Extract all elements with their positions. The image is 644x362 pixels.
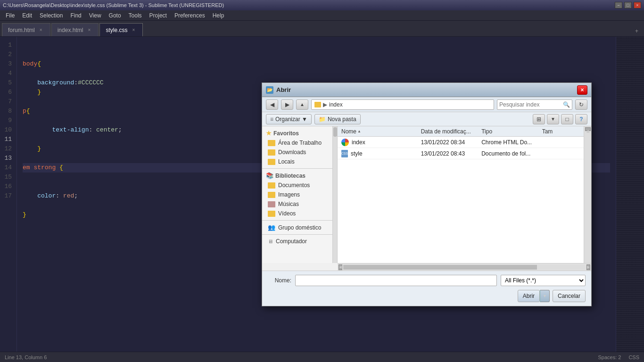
file-index-name-col: index (339, 139, 419, 146)
scrollbar-thumb (333, 127, 337, 137)
view-grid-button[interactable]: ⊞ (533, 114, 545, 124)
sidebar-item-videos[interactable]: Vídeos (262, 209, 332, 218)
help-button[interactable]: ? (575, 114, 587, 124)
col-type[interactable]: Tipo (479, 128, 540, 135)
sidebar-item-computador[interactable]: 🖥 Computador (262, 237, 332, 246)
sidebar-downloads-label: Downloads (278, 149, 306, 156)
dialog-cancel-label: Cancelar (558, 293, 580, 299)
scrollbar-thumb-h (343, 265, 537, 270)
file-row-style[interactable]: CSS style 13/01/2022 08:43 Documento de … (338, 148, 584, 159)
dialog-body: ★ Favoritos Área de Trabalho Downloads L… (262, 126, 591, 263)
sidebar-item-downloads[interactable]: Downloads (262, 148, 332, 157)
dialog-actionbar: ≡ Organizar ▼ 📁 Nova pasta ⊞ ▼ □ ? (262, 112, 591, 126)
search-icon: 🔍 (563, 101, 570, 108)
sidebar-item-grupo-domestico[interactable]: 👥 Grupo doméstico (262, 222, 332, 232)
folder-icon (268, 192, 275, 198)
sidebar-imagens-label: Imagens (278, 191, 300, 198)
favorites-label: Favoritos (273, 130, 299, 137)
new-folder-label: Nova pasta (328, 116, 356, 123)
sidebar-area-trabalho-label: Área de Trabalho (278, 140, 322, 146)
dialog-name-label: Nome: (268, 277, 291, 284)
path-bar[interactable]: ▶ index (311, 99, 494, 110)
favorites-header: ★ Favoritos (262, 128, 332, 138)
scroll-right-arrow[interactable]: ▶ (586, 264, 590, 270)
organize-label: Organizar ▼ (275, 116, 307, 123)
scroll-left-arrow[interactable]: ◀ (339, 264, 342, 270)
organize-button[interactable]: ≡ Organizar ▼ (266, 114, 312, 124)
file-list-scrollbar[interactable]: ▲ (584, 126, 591, 263)
dialog-open-label: Abrir (523, 293, 535, 299)
sidebar-item-imagens[interactable]: Imagens (262, 190, 332, 199)
dialog-title-left: 📂 Abrir (266, 86, 291, 94)
sidebar-item-area-trabalho[interactable]: Área de Trabalho (262, 138, 332, 148)
folder-icon (268, 201, 275, 207)
file-style-name: style (351, 150, 363, 157)
scrollbar-track (343, 265, 586, 270)
dialog-bottom: Nome: All Files (*.*) Abrir ▼ Cancelar (262, 271, 591, 306)
organize-icon: ≡ (270, 116, 273, 123)
col-date[interactable]: Data de modificaç... (419, 128, 480, 135)
dialog-name-input[interactable] (295, 275, 497, 286)
sidebar-locais-label: Locais (278, 158, 295, 165)
path-current: index (329, 101, 343, 108)
sidebar-videos-label: Vídeos (278, 210, 296, 217)
scroll-up-arrow[interactable]: ▲ (585, 127, 591, 131)
dialog-folder-icon: 📂 (266, 86, 273, 94)
file-list-header: Nome ▲ Data de modificaç... Tipo Tam (338, 126, 584, 137)
group-icon: 👥 (268, 224, 275, 231)
file-style-date: 13/01/2022 08:43 (419, 150, 480, 157)
search-input[interactable] (499, 101, 563, 108)
dialog-cancel-button[interactable]: Cancelar (553, 290, 586, 302)
nav-forward-button[interactable]: ▶ (281, 99, 293, 110)
file-row-index[interactable]: index 13/01/2022 08:34 Chrome HTML Do... (338, 137, 584, 148)
dialog-close-button[interactable]: × (577, 85, 587, 95)
file-style-type: Documento de fol... (479, 150, 540, 157)
libraries-icon: 📚 (266, 172, 273, 179)
sidebar-scrollbar[interactable] (333, 126, 338, 263)
chrome-icon (341, 139, 349, 146)
view-controls: ⊞ ▼ □ ? (533, 114, 587, 124)
computer-icon: 🖥 (268, 239, 273, 244)
file-index-date: 13/01/2022 08:34 (419, 139, 480, 146)
dialog-title-text: Abrir (276, 86, 291, 93)
nav-back-button[interactable]: ◀ (266, 99, 278, 110)
divider-1 (262, 168, 332, 169)
file-list: Nome ▲ Data de modificaç... Tipo Tam (338, 126, 584, 263)
libraries-label: Bibliotecas (275, 173, 305, 179)
sort-arrow-name: ▲ (357, 129, 361, 133)
dialog-name-row: Nome: All Files (*.*) (268, 275, 586, 286)
sidebar-item-locais[interactable]: Locais (262, 157, 332, 166)
sidebar-grupo-label: Grupo doméstico (278, 224, 321, 231)
libraries-header: 📚 Bibliotecas (262, 171, 332, 181)
dialog-sidebar: ★ Favoritos Área de Trabalho Downloads L… (262, 126, 333, 263)
view-preview-button[interactable]: □ (561, 114, 573, 124)
new-folder-button[interactable]: 📁 Nova pasta (314, 114, 361, 124)
file-style-name-col: CSS style (339, 150, 419, 157)
col-size[interactable]: Tam (540, 128, 582, 135)
file-index-type: Chrome HTML Do... (479, 139, 540, 146)
nav-up-button[interactable]: ▲ (296, 99, 308, 110)
search-bar: 🔍 (497, 99, 572, 110)
sidebar-musicas-label: Músicas (278, 201, 299, 207)
refresh-button[interactable]: ↻ (575, 99, 587, 110)
folder-icon (268, 159, 275, 165)
folder-icon (268, 211, 275, 217)
view-details-button[interactable]: ▼ (547, 114, 559, 124)
col-name[interactable]: Nome ▲ (339, 128, 419, 135)
path-separator: ▶ (323, 101, 327, 108)
sidebar-item-musicas[interactable]: Músicas (262, 199, 332, 209)
open-file-dialog: 📂 Abrir × ◀ ▶ ▲ ▶ index 🔍 ↻ ≡ (262, 82, 592, 306)
dialog-open-arrow[interactable]: ▼ (540, 290, 550, 302)
folder-icon (268, 140, 275, 146)
sidebar-computador-label: Computador (276, 238, 307, 245)
dialog-toolbar: ◀ ▶ ▲ ▶ index 🔍 ↻ (262, 97, 591, 112)
horizontal-scrollbar[interactable]: ◀ ▶ (338, 263, 591, 271)
sidebar-documentos-label: Documentos (278, 182, 310, 189)
favorites-icon: ★ (266, 130, 272, 137)
folder-icon (268, 149, 275, 156)
dialog-filetype-select[interactable]: All Files (*.*) (501, 275, 586, 286)
file-index-name: index (352, 139, 365, 146)
dialog-titlebar: 📂 Abrir × (262, 83, 591, 97)
sidebar-item-documentos[interactable]: Documentos (262, 181, 332, 190)
dialog-open-button[interactable]: Abrir (518, 290, 540, 302)
